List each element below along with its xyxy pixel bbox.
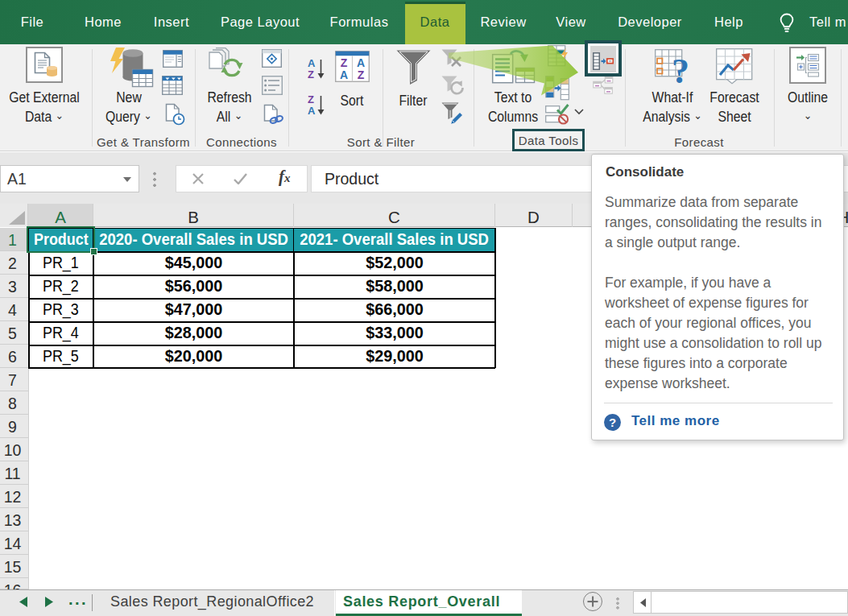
- svg-text:?: ?: [609, 415, 616, 429]
- svg-text:A: A: [308, 58, 316, 69]
- svg-text:?: ?: [672, 52, 689, 86]
- svg-text:Z: Z: [308, 94, 314, 105]
- svg-text:Z: Z: [308, 68, 314, 79]
- svg-text:A: A: [308, 105, 316, 115]
- svg-text:A: A: [340, 68, 348, 81]
- svg-text:Z: Z: [358, 68, 365, 81]
- svg-text:A: A: [357, 56, 365, 69]
- svg-text:Z: Z: [341, 56, 348, 69]
